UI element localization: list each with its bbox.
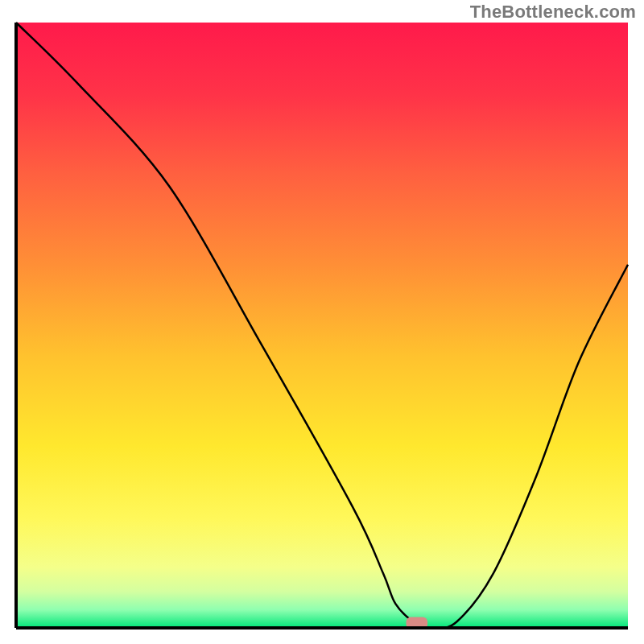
watermark-text: TheBottleneck.com (470, 2, 636, 23)
bottleneck-chart (0, 0, 644, 644)
